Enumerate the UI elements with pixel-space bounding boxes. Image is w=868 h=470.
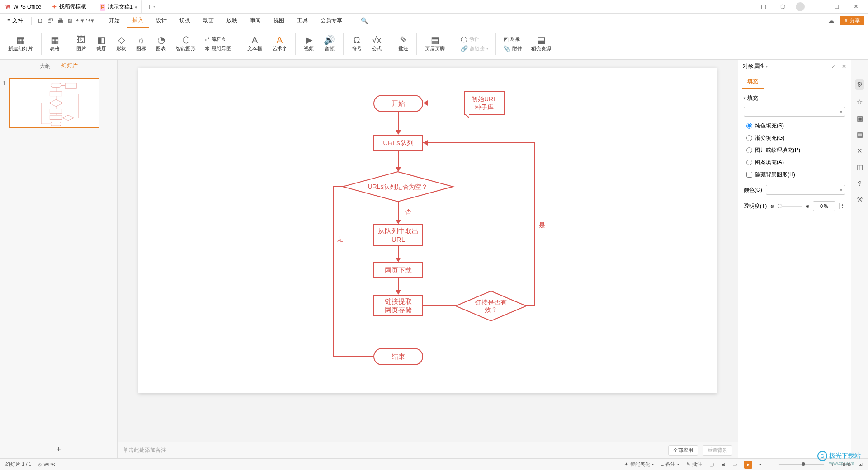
flow-download[interactable]: 网页下载 [373, 262, 423, 278]
slideshow-button[interactable]: ▶ [744, 461, 752, 469]
insert-symbol[interactable]: Ω符号 [348, 35, 365, 52]
reset-bg-button[interactable]: 重置背景 [703, 445, 732, 456]
avatar[interactable] [796, 2, 805, 11]
slide-canvas[interactable]: 开始 初始URL种子库 URLs队列 URLs队列是否为空？ 否 [138, 68, 717, 393]
menu-view[interactable]: 视图 [268, 14, 290, 28]
fill-hidebg[interactable]: 隐藏背景图形(H) [746, 171, 845, 179]
flow-start[interactable]: 开始 [373, 95, 423, 112]
preview-icon[interactable]: 🗎 [66, 17, 74, 24]
mindmap-button[interactable]: ✱思维导图 [205, 45, 231, 52]
tab-document[interactable]: P 演示文稿1 ● [92, 0, 142, 13]
transparency-slider[interactable] [778, 206, 802, 207]
insert-icon[interactable]: ☼图标 [132, 35, 150, 52]
crop-icon[interactable]: ◫ [857, 163, 863, 171]
fill-section-title[interactable]: 填充 [744, 94, 845, 102]
search-icon[interactable]: 🔍 [360, 17, 368, 24]
help-icon[interactable]: ? [858, 179, 861, 187]
share-button[interactable]: ⇪ 分享 [840, 16, 864, 25]
tab-fill[interactable]: 填充 [742, 73, 764, 89]
minimize-button[interactable]: — [812, 3, 824, 10]
insert-picture[interactable]: 🖼图片 [73, 35, 90, 52]
color-picker[interactable]: ▾ [766, 185, 845, 195]
view-sorter[interactable]: ⊞ [721, 461, 725, 467]
radio-picture[interactable] [746, 147, 752, 153]
screenshot[interactable]: ◧截屏 [93, 35, 110, 52]
add-tab-button[interactable]: + ▾ [142, 3, 161, 10]
collapse-icon[interactable]: — [856, 63, 863, 71]
wordart[interactable]: A艺术字 [269, 35, 291, 52]
menu-insert[interactable]: 插入 [127, 14, 149, 28]
flow-extract[interactable]: 链接提取网页存储 [373, 295, 423, 316]
print-icon[interactable]: 🖶 [56, 17, 64, 24]
pin-icon[interactable]: ⤢ [831, 63, 836, 70]
export-icon[interactable]: 🗗 [46, 17, 54, 24]
insert-audio[interactable]: 🔊音频 [320, 35, 339, 52]
smartart[interactable]: ⬡智能图形 [172, 35, 199, 52]
notes-button[interactable]: ≡备注▾ [661, 461, 679, 468]
menu-vip[interactable]: 会员专享 [315, 14, 348, 28]
star-icon[interactable]: ☆ [857, 98, 863, 106]
zoom-out[interactable]: − [769, 462, 771, 467]
fill-pattern[interactable]: 图案填充(A) [746, 159, 845, 166]
properties-icon[interactable]: ⚙ [855, 79, 864, 90]
object-button[interactable]: ◩对象 [503, 36, 522, 42]
menu-animation[interactable]: 动画 [198, 14, 219, 28]
radio-solid[interactable] [746, 123, 752, 129]
flow-dequeue[interactable]: 从队列中取出URL [373, 224, 423, 246]
tab-slides[interactable]: 幻灯片 [61, 62, 78, 71]
fill-dropdown[interactable]: ▾ [744, 107, 845, 117]
insert-comment[interactable]: ✎批注 [395, 35, 412, 52]
layout-icon[interactable]: ▤ [857, 131, 863, 139]
doc-resources[interactable]: ⬓稻壳资源 [528, 35, 555, 52]
notes-placeholder[interactable]: 单击此处添加备注 [123, 446, 166, 454]
slide-thumbnail-1[interactable]: 1 [9, 78, 108, 128]
header-footer[interactable]: ▤页眉页脚 [421, 35, 448, 52]
save-icon[interactable]: 🗋 [36, 17, 44, 24]
tab-wps-office[interactable]: W WPS Office [0, 0, 47, 13]
menu-transition[interactable]: 切换 [174, 14, 196, 28]
transparency-input[interactable]: 0 % [813, 201, 835, 211]
insert-chart[interactable]: ◔图表 [152, 35, 170, 52]
tools-icon[interactable]: ✕ [857, 147, 863, 155]
fill-gradient[interactable]: 渐变填充(G) [746, 134, 845, 142]
cube-icon[interactable]: ⬡ [777, 3, 788, 10]
view-reading[interactable]: ▭ [732, 461, 737, 467]
radio-gradient[interactable] [746, 135, 752, 141]
menu-slideshow[interactable]: 放映 [221, 14, 243, 28]
tab-find-template[interactable]: ✦ 找稻壳模板 [47, 0, 92, 13]
flowchart-button[interactable]: ⇄流程图 [205, 36, 231, 42]
settings-icon[interactable]: ⚒ [857, 195, 863, 203]
tab-outline[interactable]: 大纲 [40, 62, 51, 71]
flow-decision-valid[interactable]: 链接是否有 效？ [455, 290, 527, 322]
redo-icon[interactable]: ↷▾ [86, 17, 94, 24]
insert-formula[interactable]: √x公式 [368, 35, 385, 52]
more-icon[interactable]: ⋯ [856, 212, 863, 220]
insert-table[interactable]: ▦表格 [46, 35, 63, 52]
fill-picture[interactable]: 图片或纹理填充(P) [746, 146, 845, 154]
menu-design[interactable]: 设计 [151, 14, 172, 28]
close-panel-icon[interactable]: ✕ [842, 63, 846, 70]
flow-queue[interactable]: URLs队列 [373, 135, 423, 151]
flow-seed[interactable]: 初始URL种子库 [464, 91, 505, 115]
comments-button[interactable]: ✎批注 [686, 461, 702, 468]
attachment-button[interactable]: 📎附件 [503, 45, 522, 52]
apply-all-button[interactable]: 全部应用 [668, 445, 698, 456]
fill-solid[interactable]: 纯色填充(S) [746, 122, 845, 130]
new-slide[interactable]: ▦新建幻灯片 [5, 35, 37, 52]
fit-button[interactable]: ⊡ [859, 461, 863, 467]
chevron-down-icon[interactable]: ▾ [766, 65, 768, 69]
cloud-icon[interactable]: ☁ [827, 17, 835, 24]
insert-video[interactable]: ▶视频 [300, 35, 317, 52]
view-normal[interactable]: ▢ [709, 461, 714, 467]
undo-icon[interactable]: ↶▾ [76, 17, 84, 24]
checkbox-hidebg[interactable] [746, 172, 752, 178]
radio-pattern[interactable] [746, 160, 752, 165]
flow-decision-empty[interactable]: URLs队列是否为空？ [342, 171, 454, 202]
menu-start[interactable]: 开始 [104, 14, 125, 28]
add-slide-button[interactable]: + [0, 440, 117, 458]
layout-icon[interactable]: ▢ [758, 3, 769, 10]
insert-shape[interactable]: ◇形状 [113, 35, 130, 52]
spinner[interactable]: ▲▼ [839, 203, 845, 209]
file-menu[interactable]: ≡ 文件 [4, 17, 27, 24]
menu-review[interactable]: 审阅 [245, 14, 266, 28]
